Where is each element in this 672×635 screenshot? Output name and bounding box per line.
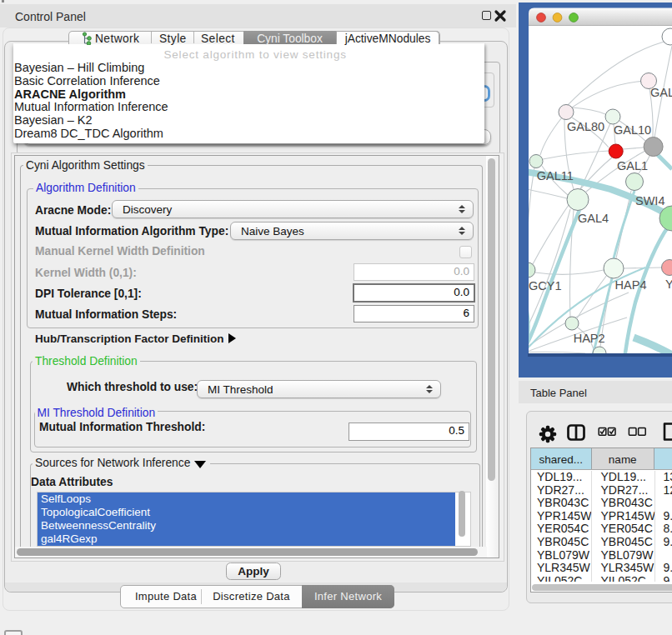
svg-text:GAL: GAL xyxy=(650,86,672,99)
svg-text:Y: Y xyxy=(665,278,672,291)
svg-text:GAL11: GAL11 xyxy=(537,169,574,182)
svg-text:GAL80: GAL80 xyxy=(567,120,604,133)
svg-text:GAL10: GAL10 xyxy=(614,123,651,137)
svg-text:SWI4: SWI4 xyxy=(635,194,664,208)
svg-text:HAP2: HAP2 xyxy=(574,332,605,345)
svg-text:GCY1: GCY1 xyxy=(529,279,562,292)
svg-text:HAP4: HAP4 xyxy=(615,278,647,292)
svg-text:GAL4: GAL4 xyxy=(578,212,609,225)
svg-text:GAL1: GAL1 xyxy=(617,159,648,172)
